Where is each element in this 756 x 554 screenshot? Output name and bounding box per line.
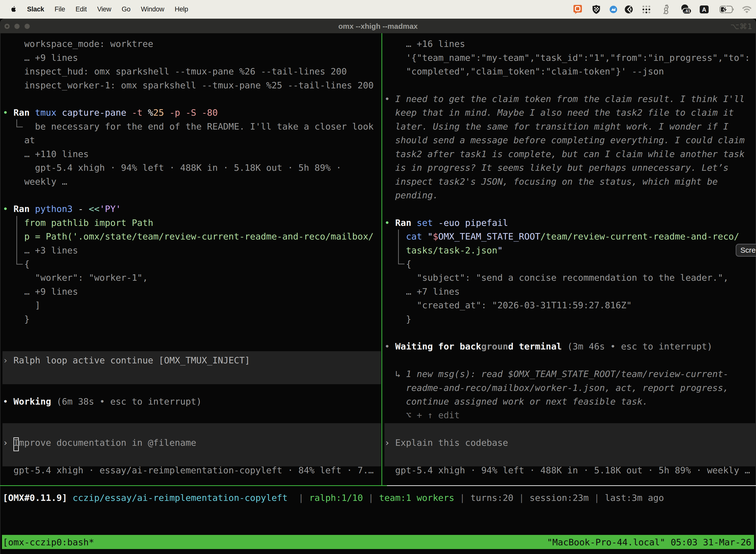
terminal-text: workspace_mode: worktree <box>24 37 153 51</box>
terminal-text: " <box>497 243 503 257</box>
terminal-text: - <box>78 202 83 216</box>
tree-branch-line <box>398 230 399 264</box>
terminal-text: readme-and-reco/mailbox/worker-1.json, a… <box>406 381 729 395</box>
terminal-text: /team/review-current-readme-and-reco/ <box>541 230 739 243</box>
terminal-text: "subject": "send a concise recommendatio… <box>417 271 729 284</box>
terminal-text: python3 <box>35 202 73 216</box>
terminal-text: 1 new msg(s): read $OMX_TEAM_STATE_ROOT/… <box>406 367 729 381</box>
tree-branch-line <box>16 216 17 264</box>
terminal-text: | <box>594 491 600 505</box>
terminal-text: } <box>24 312 30 326</box>
terminal-text: -S <box>186 106 196 119</box>
terminal-text: turns:20 <box>470 491 513 505</box>
terminal-text: tasks/task-2.json <box>406 243 497 257</box>
terminal-text: " <box>427 230 433 243</box>
terminal-text: "worker": "worker-1", <box>35 271 148 284</box>
screen: SlackFileEditViewGoWindowHelp <box>0 0 756 554</box>
terminal-text: -80 <box>202 106 218 119</box>
terminal-text: << <box>89 202 100 216</box>
terminal-text: pending. <box>395 188 438 202</box>
terminal-text: … +9 lines <box>24 51 78 64</box>
terminal-text: "completed","claim_token":"claim-token"}… <box>406 64 664 78</box>
terminal-text: Ran <box>395 216 411 230</box>
terminal-text: tmux <box>35 106 57 119</box>
menu-bar: SlackFileEditViewGoWindowHelp <box>0 0 756 19</box>
terminal-text: ] <box>35 298 41 312</box>
terminal-text: … +3 lines <box>24 243 78 257</box>
terminal-text: inspect_hud: omx sparkshell --tmux-pane … <box>24 64 347 78</box>
terminal-text: (3m 46s • esc to interrupt) <box>567 340 712 353</box>
terminal-text: › <box>3 436 8 449</box>
battery-icon[interactable] <box>719 6 734 13</box>
terminal-text: Explain this codebase <box>395 436 508 449</box>
terminal-text: cczip/essay/ai-reimplementation-copyleft <box>73 491 288 505</box>
terminal-text: • <box>3 106 8 119</box>
back-arrow-circle-icon[interactable] <box>625 5 633 13</box>
shield-icon[interactable] <box>592 5 600 14</box>
terminal-text: keep that in mind. Maybe I also need the… <box>395 106 734 119</box>
dragon-icon[interactable] <box>663 4 670 14</box>
terminal-text: I need to get the claim token from the c… <box>395 92 745 106</box>
terminal-text: • <box>384 216 390 230</box>
terminal-text: … +7 lines <box>406 285 460 298</box>
terminal-text: … +110 lines <box>24 147 89 161</box>
tmux-session-label: [omx-cczip0:bash* <box>3 537 94 547</box>
terminal-text: -euo pipefail <box>438 216 508 230</box>
terminal-text: be necessary for the end of the README. … <box>35 120 374 133</box>
terminal-text: from pathlib import Path <box>24 216 153 230</box>
terminal-text: gpt-5.4 xhigh · 94% left · 488K in · 5.1… <box>395 463 750 477</box>
terminal-text: { <box>24 257 30 271</box>
terminal-text: } <box>406 312 412 326</box>
terminal-text: should send a message before completing … <box>395 133 745 147</box>
terminal-text: capture-pane <box>62 106 126 119</box>
terminal-text: task2 after task1 is complete, but can I… <box>395 147 745 161</box>
terminal-text: is in progress? It seems likely but perh… <box>395 161 729 174</box>
terminal-text: (6m 38s • esc to interrupt) <box>57 395 202 408</box>
tree-branch-corner <box>398 264 404 264</box>
terminal-text: -t <box>132 106 142 119</box>
terminal-text: OMX_TEAM_STATE_ROOT <box>438 230 541 243</box>
screen-sharing-pill-label: Scre <box>740 246 756 255</box>
active-pane-border <box>0 485 387 486</box>
terminal-text: ↳ <box>395 367 400 381</box>
window-titlebar: omx --xhigh --madmax ⌥⌘1 <box>0 19 756 33</box>
screen-recording-icon[interactable] <box>573 5 582 14</box>
progress-circle-icon[interactable] <box>610 5 617 13</box>
terminal-text: › <box>384 436 390 449</box>
terminal-text: 'PY' <box>100 202 121 216</box>
terminal-text: inspect task2's JSON, focusing on the st… <box>395 175 717 188</box>
dots-grid-icon[interactable] <box>642 5 651 14</box>
network-badge-icon[interactable]: ..61 <box>680 4 692 14</box>
pane-divider[interactable] <box>381 33 382 486</box>
terminal-text: ⌥ + ↑ edit <box>406 408 460 422</box>
terminal-text: $ <box>433 230 438 243</box>
terminal-text: cat <box>406 230 422 243</box>
terminal-text: | <box>368 491 374 505</box>
terminal-text: ralph:1/10 <box>309 491 363 505</box>
screen-sharing-pill[interactable]: Scre <box>736 244 756 257</box>
tree-branch-line <box>16 119 17 126</box>
window-title: omx --xhigh --madmax <box>0 19 756 33</box>
terminal-text: … +9 lines <box>24 285 78 298</box>
wifi-icon[interactable] <box>742 6 752 13</box>
terminal-text: { <box>406 257 412 271</box>
text-cursor <box>13 437 19 451</box>
terminal-text: session:23m <box>529 491 588 505</box>
terminal-text: Ran <box>13 106 29 119</box>
terminal-text: % <box>148 106 153 119</box>
terminal-text: d terminal <box>508 340 562 353</box>
terminal-text: • <box>3 202 8 216</box>
terminal-text: set <box>417 216 433 230</box>
terminal-text: • <box>3 395 8 408</box>
terminal-text: -p <box>170 106 180 119</box>
terminal-text: Waiting for back <box>395 340 481 353</box>
terminal-text: Improve documentation in @filename <box>13 436 196 449</box>
input-source-icon[interactable]: A <box>700 5 709 13</box>
terminal-text: Ralph loop active continue [OMX_TMUX_INJ… <box>13 353 250 367</box>
terminal-text: Ran <box>13 202 29 216</box>
terminal-text: continue assigned work or next feasible … <box>406 395 648 408</box>
input-source-label: A <box>702 6 706 13</box>
terminal-text: | <box>460 491 465 505</box>
terminal-text: 25 <box>153 106 164 119</box>
terminal-text: '{"team_name":"my-team","task_id":"1","f… <box>406 51 750 64</box>
